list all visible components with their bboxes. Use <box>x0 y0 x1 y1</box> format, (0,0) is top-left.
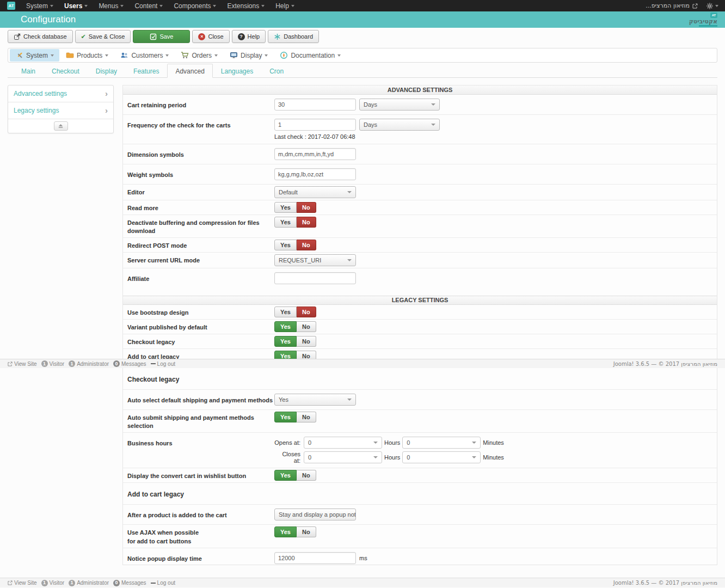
check-database-button[interactable]: Check database <box>8 30 73 43</box>
toggle-yes[interactable]: Yes <box>274 307 297 317</box>
subnav-system[interactable]: System <box>10 49 59 62</box>
gear-icon <box>706 3 713 9</box>
chevron-down-icon <box>265 54 268 57</box>
toggle-no[interactable]: No <box>297 351 316 359</box>
menu-extensions[interactable]: Extensions <box>222 0 270 11</box>
dashboard-button[interactable]: Dashboard <box>268 30 319 43</box>
toggle-yes[interactable]: Yes <box>274 217 297 228</box>
auto-submit-toggle[interactable]: YesNo <box>274 412 316 422</box>
weight-symbols-input[interactable] <box>274 168 356 180</box>
save-button[interactable]: Save <box>133 30 190 43</box>
toggle-no[interactable]: No <box>297 412 316 422</box>
logout-link[interactable]: Log out <box>151 361 175 367</box>
read-more-toggle[interactable]: YesNo <box>274 202 316 213</box>
frequency-input[interactable] <box>274 119 356 131</box>
tab-cron[interactable]: Cron <box>261 64 292 78</box>
tab-advanced[interactable]: Advanced <box>167 64 212 78</box>
toggle-no[interactable]: No <box>297 470 316 481</box>
opens-hour-select[interactable]: 0 <box>304 437 382 449</box>
user-settings-menu[interactable] <box>706 3 718 9</box>
logout-link[interactable]: Log out <box>151 580 175 586</box>
toggle-no[interactable]: No <box>297 202 316 213</box>
menu-content[interactable]: Content <box>129 0 168 11</box>
admin-counter[interactable]: 1Administrator <box>69 580 109 586</box>
toggle-no[interactable]: No <box>297 526 316 537</box>
subnav-display[interactable]: Display <box>224 49 273 62</box>
toggle-yes[interactable]: Yes <box>274 202 297 213</box>
chevron-down-icon <box>120 5 124 7</box>
admin-counter[interactable]: 1Administrator <box>69 360 109 367</box>
toggle-no[interactable]: No <box>297 336 316 347</box>
toggle-no[interactable]: No <box>297 321 316 332</box>
menu-help[interactable]: Help <box>270 0 300 11</box>
frequency-unit-select[interactable]: Days <box>359 119 440 131</box>
variant-published-toggle[interactable]: YesNo <box>274 321 316 332</box>
menu-menus[interactable]: Menus <box>93 0 129 11</box>
save-icon <box>150 33 157 40</box>
bootstrap-design-toggle[interactable]: YesNo <box>274 307 316 317</box>
tab-checkout[interactable]: Checkout <box>44 64 88 78</box>
cart-retaining-unit-select[interactable]: Days <box>359 99 440 111</box>
view-site-link[interactable]: View Site <box>8 361 37 367</box>
dimension-symbols-row: Dimension symbols <box>123 144 717 164</box>
addcart-legacy-toggle[interactable]: YesNo <box>274 351 316 359</box>
menu-users[interactable]: Users <box>59 0 93 11</box>
notice-popup-time-input[interactable] <box>274 552 356 564</box>
toggle-no[interactable]: No <box>297 240 316 250</box>
subnav-documentation[interactable]: Documentation <box>274 49 346 62</box>
closes-hour-select[interactable]: 0 <box>304 451 382 463</box>
brand-underline <box>699 25 717 27</box>
hours-suffix: Hours <box>384 439 400 446</box>
toggle-yes[interactable]: Yes <box>274 321 297 332</box>
field-label: After a product is added to the cart <box>127 509 274 519</box>
toggle-yes[interactable]: Yes <box>274 526 297 537</box>
folder-icon <box>66 51 74 59</box>
toggle-yes[interactable]: Yes <box>274 351 297 359</box>
opens-minute-select[interactable]: 0 <box>402 437 481 449</box>
toggle-yes[interactable]: Yes <box>274 412 297 422</box>
toggle-yes[interactable]: Yes <box>274 470 297 481</box>
sidebar-item-advanced-settings[interactable]: Advanced settings › <box>8 85 113 102</box>
redirect-post-toggle[interactable]: YesNo <box>274 240 316 250</box>
server-url-select[interactable]: REQUEST_URI <box>274 254 356 266</box>
tab-languages[interactable]: Languages <box>213 64 261 78</box>
messages-counter[interactable]: 0Messages <box>113 580 146 586</box>
messages-counter[interactable]: 0Messages <box>113 360 146 367</box>
cart-retaining-input[interactable] <box>274 99 356 111</box>
toggle-no[interactable]: No <box>297 307 316 317</box>
sidebar-item-legacy-settings[interactable]: Legacy settings › <box>8 102 113 119</box>
auto-select-select[interactable]: Yes <box>274 394 356 406</box>
subnav-products[interactable]: Products <box>60 49 114 62</box>
wishlist-button-toggle[interactable]: YesNo <box>274 470 316 481</box>
menu-components[interactable]: Components <box>168 0 222 11</box>
closes-at-label: Closes at: <box>274 451 300 464</box>
editor-select[interactable]: Default <box>274 186 356 198</box>
affiliate-input[interactable] <box>274 272 356 284</box>
checkout-legacy-toggle[interactable]: YesNo <box>274 336 316 347</box>
closes-minute-select[interactable]: 0 <box>402 451 481 463</box>
toggle-yes[interactable]: Yes <box>274 336 297 347</box>
tab-display[interactable]: Display <box>88 64 125 78</box>
dimension-symbols-input[interactable] <box>274 148 356 160</box>
close-button[interactable]: × Close <box>192 30 229 43</box>
scroll-top-button[interactable] <box>54 121 68 131</box>
visitor-counter[interactable]: 1Visitor <box>41 580 65 586</box>
toggle-yes[interactable]: Yes <box>274 240 297 250</box>
frequency-row: Frequency of the check for the carts Day… <box>123 114 717 144</box>
tab-main[interactable]: Main <box>13 64 44 78</box>
save-close-button[interactable]: ✔ Save & Close <box>75 30 131 43</box>
chevron-down-icon <box>214 54 218 57</box>
view-site-link[interactable]: מוזיאון המרציפ... <box>646 2 698 9</box>
tab-features[interactable]: Features <box>125 64 167 78</box>
menu-system[interactable]: System <box>21 0 59 11</box>
toggle-no[interactable]: No <box>297 217 316 228</box>
subnav-customers[interactable]: Customers <box>115 49 174 62</box>
use-ajax-toggle[interactable]: YesNo <box>274 526 316 537</box>
help-button[interactable]: ? Help <box>232 30 266 43</box>
visitor-counter[interactable]: 1Visitor <box>41 360 65 367</box>
view-site-link[interactable]: View Site <box>8 580 37 586</box>
subnav-orders[interactable]: Orders <box>175 49 223 62</box>
after-add-select[interactable]: Stay and display a popup not... <box>274 509 356 520</box>
buffering-toggle[interactable]: YesNo <box>274 217 316 228</box>
users-icon <box>120 51 128 59</box>
